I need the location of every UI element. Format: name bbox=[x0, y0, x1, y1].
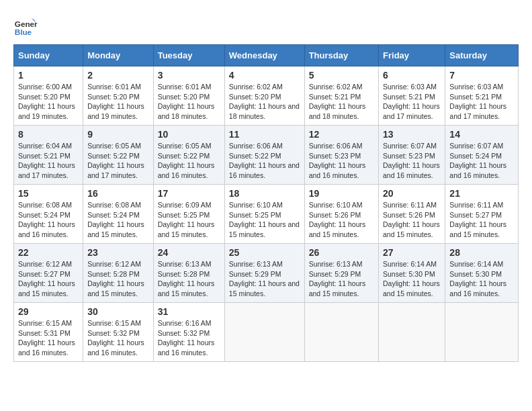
calendar-cell: 19 Sunrise: 6:10 AMSunset: 5:26 PMDaylig… bbox=[304, 185, 378, 244]
day-number: 13 bbox=[383, 129, 441, 140]
day-number: 28 bbox=[449, 247, 514, 258]
day-number: 25 bbox=[229, 247, 300, 258]
weekday-header-tuesday: Tuesday bbox=[153, 45, 224, 66]
day-number: 10 bbox=[158, 129, 220, 140]
day-info: Sunrise: 6:10 AMSunset: 5:25 PMDaylight:… bbox=[229, 201, 300, 238]
calendar-cell: 16 Sunrise: 6:08 AMSunset: 5:24 PMDaylig… bbox=[83, 185, 154, 244]
calendar-cell: 25 Sunrise: 6:13 AMSunset: 5:29 PMDaylig… bbox=[224, 244, 304, 303]
calendar-cell bbox=[304, 303, 378, 362]
calendar-cell bbox=[224, 303, 304, 362]
day-info: Sunrise: 6:16 AMSunset: 5:32 PMDaylight:… bbox=[158, 319, 215, 357]
calendar-cell: 7 Sunrise: 6:03 AMSunset: 5:21 PMDayligh… bbox=[445, 66, 519, 126]
calendar-table: SundayMondayTuesdayWednesdayThursdayFrid… bbox=[13, 44, 519, 362]
svg-text:Blue: Blue bbox=[15, 28, 32, 36]
day-info: Sunrise: 6:12 AMSunset: 5:27 PMDaylight:… bbox=[18, 260, 75, 298]
calendar-cell: 21 Sunrise: 6:11 AMSunset: 5:27 PMDaylig… bbox=[445, 185, 519, 244]
calendar-cell: 30 Sunrise: 6:15 AMSunset: 5:32 PMDaylig… bbox=[83, 303, 154, 362]
calendar-cell: 15 Sunrise: 6:08 AMSunset: 5:24 PMDaylig… bbox=[14, 185, 83, 244]
page-header: General Blue bbox=[13, 13, 519, 38]
day-number: 22 bbox=[18, 247, 79, 258]
weekday-header-saturday: Saturday bbox=[445, 45, 519, 66]
day-info: Sunrise: 6:05 AMSunset: 5:22 PMDaylight:… bbox=[158, 142, 215, 179]
calendar-cell: 28 Sunrise: 6:14 AMSunset: 5:30 PMDaylig… bbox=[445, 244, 519, 303]
day-info: Sunrise: 6:14 AMSunset: 5:30 PMDaylight:… bbox=[449, 260, 506, 298]
day-number: 7 bbox=[449, 70, 514, 81]
calendar-cell: 26 Sunrise: 6:13 AMSunset: 5:29 PMDaylig… bbox=[304, 244, 378, 303]
day-info: Sunrise: 6:01 AMSunset: 5:20 PMDaylight:… bbox=[158, 83, 215, 120]
weekday-header-thursday: Thursday bbox=[304, 45, 378, 66]
weekday-header-wednesday: Wednesday bbox=[224, 45, 304, 66]
weekday-header-monday: Monday bbox=[83, 45, 154, 66]
calendar-cell: 13 Sunrise: 6:07 AMSunset: 5:23 PMDaylig… bbox=[379, 126, 445, 185]
calendar-cell: 5 Sunrise: 6:02 AMSunset: 5:21 PMDayligh… bbox=[304, 66, 378, 126]
calendar-cell: 6 Sunrise: 6:03 AMSunset: 5:21 PMDayligh… bbox=[379, 66, 445, 126]
calendar-cell: 3 Sunrise: 6:01 AMSunset: 5:20 PMDayligh… bbox=[153, 66, 224, 126]
day-number: 29 bbox=[18, 306, 79, 317]
day-info: Sunrise: 6:06 AMSunset: 5:23 PMDaylight:… bbox=[309, 142, 366, 179]
day-number: 6 bbox=[383, 70, 441, 81]
calendar-cell: 18 Sunrise: 6:10 AMSunset: 5:25 PMDaylig… bbox=[224, 185, 304, 244]
day-number: 18 bbox=[229, 188, 300, 199]
calendar-cell: 23 Sunrise: 6:12 AMSunset: 5:28 PMDaylig… bbox=[83, 244, 154, 303]
day-number: 3 bbox=[158, 70, 220, 81]
day-number: 20 bbox=[383, 188, 441, 199]
day-info: Sunrise: 6:05 AMSunset: 5:22 PMDaylight:… bbox=[87, 142, 144, 179]
day-info: Sunrise: 6:06 AMSunset: 5:22 PMDaylight:… bbox=[229, 142, 300, 179]
logo-icon: General Blue bbox=[13, 13, 38, 38]
day-info: Sunrise: 6:08 AMSunset: 5:24 PMDaylight:… bbox=[18, 201, 75, 238]
calendar-week-row: 1 Sunrise: 6:00 AMSunset: 5:20 PMDayligh… bbox=[14, 66, 519, 126]
calendar-cell: 2 Sunrise: 6:01 AMSunset: 5:20 PMDayligh… bbox=[83, 66, 154, 126]
day-info: Sunrise: 6:14 AMSunset: 5:30 PMDaylight:… bbox=[383, 260, 440, 298]
day-info: Sunrise: 6:13 AMSunset: 5:29 PMDaylight:… bbox=[309, 260, 366, 298]
day-info: Sunrise: 6:13 AMSunset: 5:28 PMDaylight:… bbox=[158, 260, 215, 298]
day-info: Sunrise: 6:11 AMSunset: 5:27 PMDaylight:… bbox=[449, 201, 506, 238]
day-number: 12 bbox=[309, 129, 374, 140]
day-number: 5 bbox=[309, 70, 374, 81]
calendar-week-row: 22 Sunrise: 6:12 AMSunset: 5:27 PMDaylig… bbox=[14, 244, 519, 303]
day-number: 2 bbox=[87, 70, 149, 81]
calendar-cell: 4 Sunrise: 6:02 AMSunset: 5:20 PMDayligh… bbox=[224, 66, 304, 126]
calendar-cell: 27 Sunrise: 6:14 AMSunset: 5:30 PMDaylig… bbox=[379, 244, 445, 303]
weekday-header-sunday: Sunday bbox=[14, 45, 83, 66]
day-number: 17 bbox=[158, 188, 220, 199]
calendar-week-row: 29 Sunrise: 6:15 AMSunset: 5:31 PMDaylig… bbox=[14, 303, 519, 362]
day-info: Sunrise: 6:09 AMSunset: 5:25 PMDaylight:… bbox=[158, 201, 215, 238]
day-number: 15 bbox=[18, 188, 79, 199]
day-number: 1 bbox=[18, 70, 79, 81]
day-number: 16 bbox=[87, 188, 149, 199]
day-number: 8 bbox=[18, 129, 79, 140]
calendar-cell bbox=[379, 303, 445, 362]
day-number: 14 bbox=[449, 129, 514, 140]
day-info: Sunrise: 6:13 AMSunset: 5:29 PMDaylight:… bbox=[229, 260, 300, 298]
day-number: 23 bbox=[87, 247, 149, 258]
calendar-cell: 22 Sunrise: 6:12 AMSunset: 5:27 PMDaylig… bbox=[14, 244, 83, 303]
calendar-cell: 11 Sunrise: 6:06 AMSunset: 5:22 PMDaylig… bbox=[224, 126, 304, 185]
day-number: 4 bbox=[229, 70, 300, 81]
calendar-cell: 14 Sunrise: 6:07 AMSunset: 5:24 PMDaylig… bbox=[445, 126, 519, 185]
day-info: Sunrise: 6:00 AMSunset: 5:20 PMDaylight:… bbox=[18, 83, 75, 120]
day-number: 24 bbox=[158, 247, 220, 258]
day-number: 30 bbox=[87, 306, 149, 317]
day-info: Sunrise: 6:15 AMSunset: 5:32 PMDaylight:… bbox=[87, 319, 144, 357]
calendar-cell: 24 Sunrise: 6:13 AMSunset: 5:28 PMDaylig… bbox=[153, 244, 224, 303]
calendar-cell: 1 Sunrise: 6:00 AMSunset: 5:20 PMDayligh… bbox=[14, 66, 83, 126]
calendar-cell: 8 Sunrise: 6:04 AMSunset: 5:21 PMDayligh… bbox=[14, 126, 83, 185]
calendar-cell bbox=[445, 303, 519, 362]
calendar-cell: 12 Sunrise: 6:06 AMSunset: 5:23 PMDaylig… bbox=[304, 126, 378, 185]
day-info: Sunrise: 6:12 AMSunset: 5:28 PMDaylight:… bbox=[87, 260, 144, 298]
day-number: 21 bbox=[449, 188, 514, 199]
day-number: 9 bbox=[87, 129, 149, 140]
day-info: Sunrise: 6:08 AMSunset: 5:24 PMDaylight:… bbox=[87, 201, 144, 238]
day-info: Sunrise: 6:07 AMSunset: 5:23 PMDaylight:… bbox=[383, 142, 440, 179]
day-number: 31 bbox=[158, 306, 220, 317]
calendar-cell: 9 Sunrise: 6:05 AMSunset: 5:22 PMDayligh… bbox=[83, 126, 154, 185]
day-info: Sunrise: 6:15 AMSunset: 5:31 PMDaylight:… bbox=[18, 319, 75, 357]
day-info: Sunrise: 6:11 AMSunset: 5:26 PMDaylight:… bbox=[383, 201, 440, 238]
day-info: Sunrise: 6:04 AMSunset: 5:21 PMDaylight:… bbox=[18, 142, 75, 179]
day-number: 11 bbox=[229, 129, 300, 140]
logo: General Blue bbox=[13, 13, 38, 38]
day-number: 27 bbox=[383, 247, 441, 258]
day-info: Sunrise: 6:10 AMSunset: 5:26 PMDaylight:… bbox=[309, 201, 366, 238]
day-number: 26 bbox=[309, 247, 374, 258]
calendar-cell: 31 Sunrise: 6:16 AMSunset: 5:32 PMDaylig… bbox=[153, 303, 224, 362]
